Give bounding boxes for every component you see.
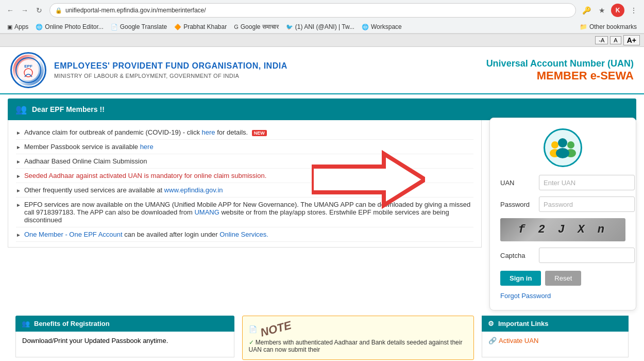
twitter-icon: 🐦 (286, 24, 293, 30)
password-input[interactable] (539, 196, 635, 212)
bookmark-translate-label: Google Translate (120, 23, 167, 30)
bookmark-star-icon[interactable]: ★ (596, 4, 608, 17)
uan-input[interactable] (539, 175, 635, 190)
password-field-row: Password (500, 196, 625, 212)
header-left: EPF EMPLOYEES' PROVIDENT FUND ORGANISATI… (10, 52, 287, 88)
bookmark-prabhat-label: Prabhat Khabar (183, 23, 227, 30)
online-services-link[interactable]: Online Services. (219, 231, 268, 238)
notice-aadhaar-text: Aadhaar Based Online Claim Submission (24, 157, 147, 165)
svg-text:EPF: EPF (24, 64, 32, 69)
notice-item-one-member: ► One Member - One EPF Account can be av… (16, 227, 473, 242)
covid-here-link[interactable]: here (202, 128, 215, 136)
notice-list: ► Advance claim for outbreak of pandemic… (8, 120, 482, 248)
bookmark-workspace-label: Workspace (371, 23, 402, 30)
signin-button[interactable]: Sign in (500, 271, 541, 286)
browser-actions: 🔑 ★ K ⋮ (580, 4, 640, 17)
note-header: 📄 NOTE (249, 322, 468, 336)
svg-point-1 (18, 60, 39, 80)
other-bookmarks[interactable]: 📁 Other bookmarks (577, 22, 640, 31)
bullet-icon: ► (16, 188, 21, 193)
menu-icon[interactable]: ⋮ (628, 4, 640, 17)
captcha-input[interactable] (539, 248, 635, 263)
content-with-arrow: ► Advance claim for outbreak of pandemic… (8, 120, 636, 310)
note-text: ✓ Members with authenticated Aadhaar and… (249, 339, 468, 353)
photo-editor-icon: 🌐 (36, 24, 43, 30)
one-member-link[interactable]: One Member - One EPF Account (24, 231, 123, 238)
note-card: 📄 NOTE ✓ Members with authenticated Aadh… (242, 316, 474, 360)
benefits-header: 👥 Benefits of Registration (15, 316, 234, 332)
bullet-icon: ► (16, 232, 21, 238)
captcha-image: f 2 J X n (500, 218, 625, 241)
notice-seeded-text: Seeded Aadhaar against activated UAN is … (24, 172, 266, 179)
apps-grid-icon: ▣ (7, 24, 12, 30)
reset-button[interactable]: Reset (545, 271, 581, 286)
bookmark-prabhat-khabar[interactable]: 🔶 Prabhat Khabar (171, 22, 230, 31)
forward-button[interactable]: → (19, 4, 31, 17)
bookmark-photo-editor[interactable]: 🌐 Online Photo Editor... (32, 22, 106, 31)
bookmark-ani-twitter[interactable]: 🐦 (1) ANI (@ANI) | Tw... (283, 22, 358, 31)
benefits-card: 👥 Benefits of Registration Download/Prin… (15, 316, 234, 360)
bookmark-ani-label: (1) ANI (@ANI) | Tw... (295, 23, 354, 30)
activate-uan-text: Activate UAN (499, 337, 538, 344)
org-info: EMPLOYEES' PROVIDENT FUND ORGANISATION, … (54, 61, 287, 79)
benefits-text: Download/Print your Updated Passbook any… (22, 337, 168, 344)
activate-uan-link[interactable]: 🔗 Activate UAN (488, 337, 622, 344)
font-decrease-button[interactable]: -A (595, 36, 608, 44)
uan-title: Universal Account Number (UAN) (486, 58, 634, 69)
prabhat-icon: 🔶 (174, 24, 181, 30)
notice-item-services: ► Other frequently used services are ava… (16, 183, 473, 198)
bookmark-photo-editor-label: Online Photo Editor... (45, 23, 103, 30)
benefits-title: Benefits of Registration (34, 320, 110, 327)
bookmarks-right: 📁 Other bookmarks (577, 22, 640, 31)
bullet-icon: ► (16, 173, 21, 179)
font-normal-button[interactable]: A (610, 36, 621, 44)
reload-button[interactable]: ↻ (33, 4, 45, 17)
note-body-text: Members with authenticated Aadhaar and B… (249, 339, 463, 353)
bullet-icon: ► (16, 202, 21, 208)
activate-icon: 🔗 (488, 337, 497, 344)
bullet-icon: ► (16, 159, 21, 165)
nav-buttons: ← → ↻ (4, 4, 45, 17)
announce-icon: 👥 (15, 104, 27, 115)
bookmark-google-news-label: Google समाचार (241, 23, 279, 30)
important-links-body: 🔗 Activate UAN (482, 332, 629, 357)
browser-toolbar: ← → ↻ 🔒 unifiedportal-mem.epfindia.gov.i… (0, 0, 644, 21)
lock-icon: 🔒 (55, 7, 62, 14)
umang-link[interactable]: UMANG (194, 208, 219, 216)
main-layout: ► Advance claim for outbreak of pandemic… (8, 120, 636, 310)
password-manager-icon[interactable]: 🔑 (580, 4, 592, 17)
back-button[interactable]: ← (4, 4, 16, 17)
new-badge: NEW (252, 130, 267, 136)
captcha-field-row: Captcha (500, 248, 625, 263)
password-label: Password (500, 201, 534, 208)
notice-item-seeded-aadhaar: ► Seeded Aadhaar against activated UAN i… (16, 169, 473, 183)
bookmark-google-translate[interactable]: 📄 Google Translate (108, 22, 170, 31)
bookmark-workspace[interactable]: 🌐 Workspace (359, 22, 405, 31)
google-news-icon: G (234, 24, 239, 30)
svg-point-6 (567, 141, 574, 149)
left-panel: ► Advance claim for outbreak of pandemic… (8, 120, 482, 310)
login-btn-group: Sign in Reset (500, 271, 625, 286)
benefits-body: Download/Print your Updated Passbook any… (15, 332, 234, 357)
epfindia-link[interactable]: www.epfindia.gov.in (164, 186, 223, 194)
bookmark-apps[interactable]: ▣ Apps (4, 22, 31, 31)
bookmarks-bar: ▣ Apps 🌐 Online Photo Editor... 📄 Google… (0, 21, 644, 34)
address-bar[interactable]: 🔒 unifiedportal-mem.epfindia.gov.in/memb… (49, 3, 576, 18)
important-links-header: ⚙ Important Links (482, 316, 629, 332)
important-links-icon: ⚙ (488, 320, 494, 327)
notice-item-umang: ► EPFO services are now available on the… (16, 198, 473, 227)
notice-item-aadhaar-claim: ► Aadhaar Based Online Claim Submission (16, 154, 473, 169)
notice-services-text: Other frequently used services are avail… (24, 186, 223, 194)
font-increase-button[interactable]: A+ (623, 35, 640, 45)
bullet-icon: ► (16, 130, 21, 136)
bookmark-google-news[interactable]: G Google समाचार (231, 22, 282, 31)
header-right: Universal Account Number (UAN) MEMBER e-… (486, 58, 634, 83)
passbook-here-link[interactable]: here (140, 143, 154, 151)
svg-point-9 (556, 148, 569, 158)
browser-chrome: ← → ↻ 🔒 unifiedportal-mem.epfindia.gov.i… (0, 0, 644, 34)
right-panel: UAN Password f 2 J X n Captcha (489, 120, 636, 310)
announcement-text: Dear EPF Members !! (32, 105, 105, 113)
profile-button[interactable]: K (611, 4, 624, 17)
url-text: unifiedportal-mem.epfindia.gov.in/member… (65, 7, 206, 14)
forgot-password-link[interactable]: Forgot Password (500, 292, 625, 300)
